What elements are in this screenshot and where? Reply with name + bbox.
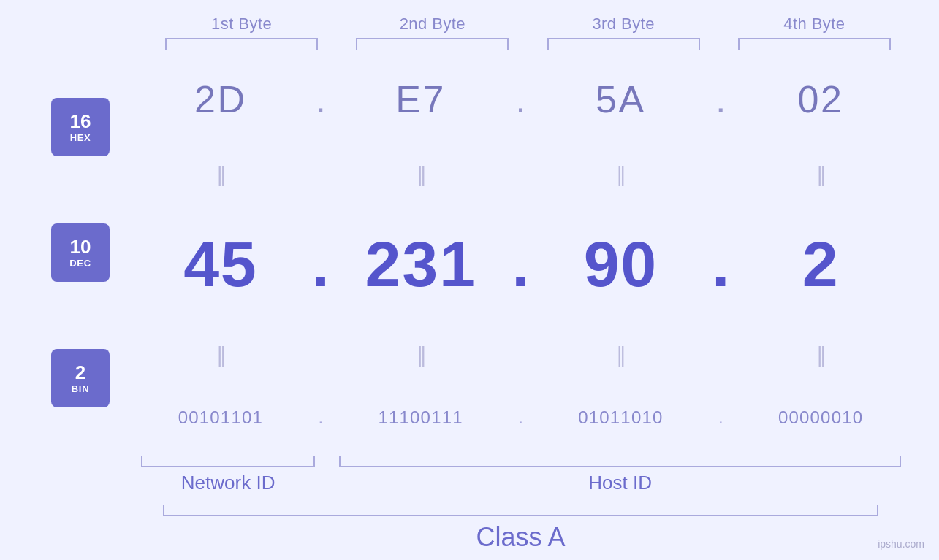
host-bracket-area: Host ID xyxy=(330,456,910,494)
dec-dot-3: . xyxy=(710,227,731,302)
class-bracket xyxy=(163,505,879,516)
byte-label-4: 4th Byte xyxy=(783,15,845,34)
hex-badge: 16 HEX xyxy=(51,98,110,156)
bin-value-3: 01011010 xyxy=(578,407,663,428)
byte-label-1: 1st Byte xyxy=(211,15,272,34)
bin-dot-icon-1: . xyxy=(318,407,323,428)
bin-cell-3: 01011010 xyxy=(532,407,710,428)
network-bracket-bottom xyxy=(141,456,315,467)
dec-dot-icon-3: . xyxy=(712,227,729,302)
bin-dot-icon-2: . xyxy=(518,407,523,428)
hex-dot-icon-2: . xyxy=(515,77,525,121)
hex-dot-icon-3: . xyxy=(715,77,726,121)
id-bracket-row: Network ID Host ID xyxy=(132,456,910,494)
equals-sign-4: ‖ xyxy=(816,162,825,186)
dec-dot-2: . xyxy=(510,227,532,302)
bin-row: 00101101 . 11100111 . 01011010 . xyxy=(132,407,910,428)
equals-sign-6: ‖ xyxy=(417,342,425,367)
equals-cell-8: ‖ xyxy=(731,342,910,367)
dec-dot-1: . xyxy=(310,227,332,302)
hex-cell-4: 02 xyxy=(731,77,910,121)
equals-row-1: ‖ ‖ ‖ ‖ xyxy=(132,162,910,186)
bin-badge-number: 2 xyxy=(75,363,85,382)
dec-badge-label: DEC xyxy=(69,258,91,269)
equals-cell-5: ‖ xyxy=(132,342,310,367)
dec-cell-1: 45 xyxy=(132,227,310,302)
hex-cell-1: 2D xyxy=(132,77,310,121)
bracket-top-1 xyxy=(165,38,318,50)
bin-cell-1: 00101101 xyxy=(132,407,310,428)
hex-cell-3: 5A xyxy=(532,77,710,121)
bin-dot-icon-3: . xyxy=(718,407,723,428)
equals-cell-6: ‖ xyxy=(332,342,510,367)
hex-value-2: E7 xyxy=(395,77,446,121)
network-id-label: Network ID xyxy=(181,472,275,494)
equals-sign-3: ‖ xyxy=(616,162,625,186)
dec-row: 45 . 231 . 90 . 2 xyxy=(132,227,910,302)
equals-cell-7: ‖ xyxy=(532,342,710,367)
bin-dot-3: . xyxy=(710,407,731,428)
dec-dot-icon-1: . xyxy=(312,227,330,302)
class-label: Class A xyxy=(476,522,565,553)
bin-badge-label: BIN xyxy=(72,383,89,394)
network-bracket-area: Network ID xyxy=(132,456,324,494)
byte-col-4: 4th Byte xyxy=(719,15,910,50)
equals-sign-7: ‖ xyxy=(616,342,625,367)
badges-column: 16 HEX 10 DEC 2 BIN xyxy=(29,50,132,456)
class-section: Class A xyxy=(132,505,910,553)
hex-cell-2: E7 xyxy=(332,77,510,121)
main-area: 16 HEX 10 DEC 2 BIN 2D . xyxy=(29,50,910,456)
byte-col-3: 3rd Byte xyxy=(528,15,719,50)
byte-label-3: 3rd Byte xyxy=(592,15,654,34)
hex-dot-2: . xyxy=(510,77,532,121)
equals-sign-2: ‖ xyxy=(417,162,425,186)
bin-cell-2: 11100111 xyxy=(332,407,510,428)
bin-cell-4: 00000010 xyxy=(731,407,910,428)
bracket-top-2 xyxy=(356,38,509,50)
values-area: 2D . E7 . 5A . 02 xyxy=(132,50,910,456)
bin-badge: 2 BIN xyxy=(51,349,110,407)
equals-cell-3: ‖ xyxy=(532,162,710,186)
watermark: ipshu.com xyxy=(878,538,924,550)
bin-dot-1: . xyxy=(310,407,332,428)
dec-cell-4: 2 xyxy=(731,227,910,302)
equals-sign-1: ‖ xyxy=(216,162,225,186)
dec-value-1: 45 xyxy=(183,227,257,302)
hex-dot-icon-1: . xyxy=(316,77,326,121)
bin-value-1: 00101101 xyxy=(178,407,263,428)
dec-value-2: 231 xyxy=(365,227,476,302)
bin-value-2: 11100111 xyxy=(378,407,463,428)
dec-badge-number: 10 xyxy=(70,237,91,256)
bin-value-4: 00000010 xyxy=(778,407,863,428)
host-id-label: Host ID xyxy=(588,472,652,494)
dec-dot-icon-2: . xyxy=(512,227,529,302)
equals-cell-2: ‖ xyxy=(332,162,510,186)
byte-label-2: 2nd Byte xyxy=(400,15,465,34)
hex-badge-label: HEX xyxy=(70,132,91,143)
dec-badge: 10 DEC xyxy=(51,223,110,282)
hex-dot-1: . xyxy=(310,77,332,121)
hex-value-4: 02 xyxy=(798,77,844,121)
hex-dot-3: . xyxy=(710,77,731,121)
bracket-top-3 xyxy=(547,38,700,50)
hex-badge-number: 16 xyxy=(70,112,91,131)
byte-col-1: 1st Byte xyxy=(146,15,337,50)
equals-row-2: ‖ ‖ ‖ ‖ xyxy=(132,342,910,367)
dec-cell-2: 231 xyxy=(332,227,510,302)
bin-dot-2: . xyxy=(510,407,532,428)
dec-value-3: 90 xyxy=(584,227,658,302)
hex-value-3: 5A xyxy=(596,77,646,121)
hex-value-1: 2D xyxy=(194,77,247,121)
hex-row: 2D . E7 . 5A . 02 xyxy=(132,77,910,121)
equals-cell-1: ‖ xyxy=(132,162,310,186)
dec-value-4: 2 xyxy=(802,227,840,302)
equals-cell-4: ‖ xyxy=(731,162,910,186)
main-container: 1st Byte 2nd Byte 3rd Byte 4th Byte 16 H… xyxy=(0,0,939,560)
bracket-top-4 xyxy=(738,38,891,50)
header-row: 1st Byte 2nd Byte 3rd Byte 4th Byte xyxy=(29,15,910,50)
host-bracket-bottom xyxy=(339,456,901,467)
equals-sign-8: ‖ xyxy=(816,342,825,367)
equals-sign-5: ‖ xyxy=(216,342,225,367)
dec-cell-3: 90 xyxy=(532,227,710,302)
byte-col-2: 2nd Byte xyxy=(337,15,528,50)
